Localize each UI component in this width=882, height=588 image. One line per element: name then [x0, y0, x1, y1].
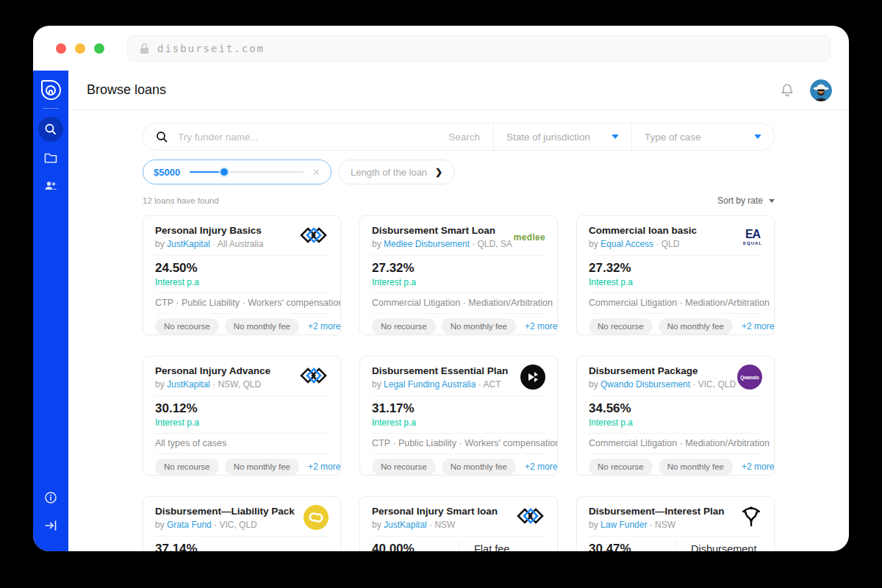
loan-title: Disbursement Package: [589, 364, 725, 378]
more-tags-link[interactable]: +2 more: [525, 462, 557, 472]
tag-pill: No monthly fee: [442, 459, 516, 475]
loan-byline: by JustKapital · All Australia: [155, 238, 292, 251]
case-type-dropdown[interactable]: Type of case: [632, 123, 774, 150]
card-divider: [155, 433, 329, 434]
loan-tags: No recourseNo monthly fee+2 more: [372, 318, 545, 334]
loan-byline: by Law Funder · NSW: [589, 519, 725, 531]
funder-link[interactable]: Law Funder: [600, 520, 647, 530]
amount-filter-pill: $5000 ✕: [143, 159, 331, 184]
minimize-window-button[interactable]: [75, 43, 85, 54]
card-divider: [155, 453, 329, 454]
card-divider: [589, 255, 762, 256]
loan-length-filter-button[interactable]: Length of the loan ❯: [338, 159, 455, 184]
funder-link[interactable]: JustKapital: [167, 239, 210, 249]
jurisdiction-dropdown[interactable]: State of jurisdiction: [494, 123, 631, 150]
card-divider: [155, 313, 329, 314]
loan-byline: by JustKapital · NSW: [372, 519, 509, 531]
loan-byline: by Qwando Disbursement · VIC, QLD: [589, 379, 725, 391]
more-tags-link[interactable]: +2 more: [742, 321, 774, 331]
loan-byline: by JustKapital · NSW, QLD: [155, 379, 292, 391]
medlee-logo-icon: medlee: [514, 230, 545, 243]
funder-link[interactable]: JustKapital: [384, 520, 427, 530]
jurisdiction-dropdown-label: State of jurisdiction: [506, 132, 590, 143]
sidebar-item-search[interactable]: [38, 117, 63, 142]
card-divider: [372, 536, 545, 537]
loan-card[interactable]: Personal Injury Basics by JustKapital · …: [143, 215, 341, 335]
sort-label: Sort by rate: [717, 196, 763, 206]
window-controls: [33, 43, 104, 54]
app-logo-icon[interactable]: [41, 80, 61, 100]
grata-logo-icon: [304, 505, 329, 530]
loan-rate: 27.32%: [589, 260, 633, 276]
sidebar-item-info[interactable]: [38, 485, 63, 510]
people-icon: [43, 179, 58, 192]
loan-card[interactable]: Disbursement Smart Loan by Medlee Disbur…: [359, 215, 558, 335]
tag-pill: No recourse: [589, 459, 653, 475]
address-bar[interactable]: disburseit.com: [127, 35, 831, 62]
loan-case-types: Commercial Litigation · Mediation/Arbitr…: [372, 298, 545, 309]
funder-link[interactable]: Equal Access: [600, 239, 653, 249]
funder-logo: [296, 364, 329, 390]
lock-icon: [140, 43, 149, 54]
notifications-bell-icon[interactable]: [780, 82, 795, 98]
card-divider: [372, 255, 545, 256]
loan-title: Disbursement Smart Loan: [372, 223, 509, 237]
funder-link[interactable]: Medlee Disbursement: [384, 239, 470, 249]
search-icon: [44, 123, 57, 136]
sidebar-item-logout[interactable]: [38, 513, 63, 538]
card-divider: [589, 395, 762, 396]
sidebar-item-users[interactable]: [38, 173, 63, 198]
more-tags-link[interactable]: +2 more: [525, 321, 557, 331]
tag-pill: No recourse: [155, 318, 219, 334]
more-tags-link[interactable]: +2 more: [308, 462, 340, 472]
sidebar-item-folders[interactable]: [38, 145, 63, 170]
browser-chrome: disburseit.com: [33, 26, 849, 71]
funder-link[interactable]: Qwando Disbursement: [600, 379, 690, 390]
close-window-button[interactable]: [56, 43, 66, 54]
card-divider: [372, 313, 545, 314]
loan-card[interactable]: Personal Injury Smart loan by JustKapita…: [359, 496, 558, 551]
more-tags-link[interactable]: +2 more: [742, 462, 774, 472]
loan-card[interactable]: Disbursement Essential Plan by Legal Fun…: [359, 356, 558, 476]
page-header: Browse loans: [68, 71, 849, 110]
funder-search-segment: Search: [143, 123, 493, 150]
search-button[interactable]: Search: [448, 132, 480, 143]
results-count: 12 loans have found: [143, 196, 219, 205]
loan-card[interactable]: Personal Injury Advance by JustKapital ·…: [143, 356, 341, 476]
funder-search-input[interactable]: [178, 132, 439, 143]
user-avatar[interactable]: [810, 79, 832, 101]
maximize-window-button[interactable]: [94, 43, 104, 54]
avatar-image: [810, 79, 832, 101]
loan-card[interactable]: Commercial loan basic by Equal Access · …: [576, 215, 775, 335]
justkapital-logo-icon: [299, 226, 329, 248]
loan-region: QLD, SA: [477, 239, 512, 249]
tag-pill: No recourse: [589, 318, 653, 334]
funder-link[interactable]: Legal Funding Australia: [384, 379, 476, 390]
loan-fee-type: Flat fee: [459, 541, 545, 551]
loan-title: Disbursement—Interest Plan: [589, 504, 725, 518]
funder-link[interactable]: JustKapital: [167, 379, 210, 390]
close-icon[interactable]: ✕: [312, 167, 320, 178]
loan-rate: 37.14%: [155, 541, 198, 551]
sort-dropdown[interactable]: Sort by rate: [717, 196, 775, 206]
card-divider: [155, 536, 329, 537]
sidebar-divider: [43, 108, 59, 109]
card-divider: [589, 536, 762, 537]
loan-card[interactable]: Disbursement Package by Qwando Disbursem…: [576, 356, 775, 476]
funder-link[interactable]: Grata Fund: [167, 520, 212, 530]
loan-card[interactable]: Disbursement—Liability Pack by Grata Fun…: [143, 496, 341, 551]
loan-length-label: Length of the loan: [351, 167, 427, 178]
more-tags-link[interactable]: +2 more: [308, 321, 340, 331]
search-icon: [156, 131, 168, 143]
card-divider: [372, 395, 545, 396]
logout-icon: [43, 518, 58, 533]
loan-rate: 24.50%: [155, 260, 199, 276]
tag-pill: No recourse: [372, 459, 436, 475]
card-divider: [372, 433, 545, 434]
loan-title: Personal Injury Smart loan: [372, 504, 509, 518]
chevron-down-icon: [612, 135, 619, 139]
lfa-logo-icon: [520, 365, 545, 390]
loan-card[interactable]: Disbursement—Interest Plan by Law Funder…: [576, 496, 775, 551]
slider-thumb[interactable]: [219, 167, 229, 177]
amount-slider[interactable]: [190, 166, 304, 178]
